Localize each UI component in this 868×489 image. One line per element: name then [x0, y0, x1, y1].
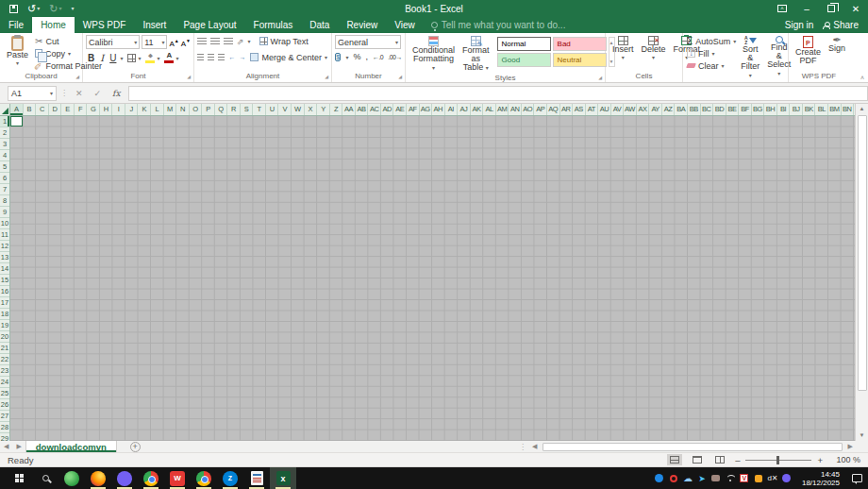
column-header-AQ[interactable]: AQ	[547, 104, 560, 115]
grid-cells[interactable]	[10, 116, 855, 441]
column-header-BF[interactable]: BF	[739, 104, 752, 115]
minimize-button[interactable]: –	[794, 0, 819, 17]
column-header-BC[interactable]: BC	[701, 104, 714, 115]
decrease-indent-button[interactable]: ←	[228, 54, 235, 60]
column-header-P[interactable]: P	[202, 104, 215, 115]
column-header-BB[interactable]: BB	[688, 104, 701, 115]
row-header-12[interactable]: 12	[0, 241, 9, 252]
sign-button[interactable]: ✒ Sign	[825, 35, 849, 54]
row-header-11[interactable]: 11	[0, 229, 9, 241]
column-header-AN[interactable]: AN	[509, 104, 522, 115]
new-sheet-button[interactable]: +	[130, 442, 141, 452]
row-header-4[interactable]: 4	[0, 150, 9, 161]
column-header-I[interactable]: I	[112, 104, 125, 115]
paste-button[interactable]: Paste▾	[3, 35, 32, 69]
column-header-G[interactable]: G	[87, 104, 100, 115]
column-header-AW[interactable]: AW	[624, 104, 637, 115]
align-middle-button[interactable]	[210, 38, 220, 45]
row-header-10[interactable]: 10	[0, 218, 9, 229]
sort-filter-button[interactable]: AZ Sort & Filter ▾	[737, 35, 763, 81]
row-header-29[interactable]: 29	[0, 433, 9, 441]
delete-cells-button[interactable]: Delete▾	[638, 35, 670, 63]
column-header-AO[interactable]: AO	[522, 104, 535, 115]
column-header-AJ[interactable]: AJ	[458, 104, 471, 115]
column-header-BG[interactable]: BG	[752, 104, 765, 115]
telegram-tray-icon[interactable]: ➤	[697, 474, 707, 483]
active-cell[interactable]	[10, 116, 23, 126]
viber-tray-icon[interactable]	[782, 474, 792, 483]
shrink-font-button[interactable]: A▼	[181, 37, 191, 48]
select-all-corner[interactable]	[0, 104, 10, 116]
fill-button[interactable]: ↓Fill▾	[686, 47, 737, 59]
row-header-16[interactable]: 16	[0, 286, 9, 297]
clear-button[interactable]: Clear▾	[686, 59, 737, 72]
wifi-tray-icon[interactable]	[726, 474, 735, 483]
column-header-AY[interactable]: AY	[649, 104, 662, 115]
save-button[interactable]	[9, 5, 18, 13]
column-header-BH[interactable]: BH	[764, 104, 777, 115]
column-header-AI[interactable]: AI	[445, 104, 459, 115]
clipboard-dialog-launcher[interactable]: ◢	[75, 72, 79, 81]
row-header-28[interactable]: 28	[0, 422, 9, 433]
zoom-level-label[interactable]: 100 %	[830, 455, 860, 464]
zoom-slider-thumb[interactable]	[776, 456, 779, 464]
scroll-down-icon[interactable]: ▼	[860, 430, 865, 441]
excel-app[interactable]: x	[270, 467, 296, 489]
column-header-AE[interactable]: AE	[393, 104, 407, 115]
font-dialog-launcher[interactable]: ◢	[187, 72, 191, 81]
sheet-nav-right-button[interactable]: ▶	[12, 441, 25, 452]
horizontal-scroll-thumb[interactable]	[542, 443, 842, 451]
tab-insert[interactable]: Insert	[134, 17, 175, 33]
tab-wps-pdf[interactable]: WPS PDF	[75, 17, 135, 33]
column-header-BE[interactable]: BE	[726, 104, 740, 115]
grow-font-button[interactable]: A▲	[169, 37, 178, 48]
column-header-BM[interactable]: BM	[828, 104, 842, 115]
column-header-D[interactable]: D	[49, 104, 62, 115]
borders-button[interactable]	[127, 54, 136, 62]
column-header-AK[interactable]: AK	[471, 104, 484, 115]
column-header-K[interactable]: K	[138, 104, 151, 115]
align-right-button[interactable]	[218, 54, 225, 61]
tab-data[interactable]: Data	[301, 17, 338, 33]
column-header-AG[interactable]: AG	[420, 104, 433, 115]
italic-button[interactable]: I	[98, 53, 106, 63]
coccoc-app[interactable]	[58, 467, 85, 489]
cell-style-neutral[interactable]: Neutral	[553, 53, 607, 67]
increase-indent-button[interactable]: →	[239, 54, 245, 60]
page-break-view-button[interactable]	[712, 454, 727, 465]
row-header-21[interactable]: 21	[0, 343, 9, 354]
column-header-Y[interactable]: Y	[317, 104, 330, 115]
alignment-dialog-launcher[interactable]: ◢	[325, 72, 328, 81]
column-header-M[interactable]: M	[164, 104, 177, 115]
wps-app[interactable]: W	[164, 467, 191, 489]
wrap-text-button[interactable]: Wrap Text	[259, 35, 309, 47]
column-header-AU[interactable]: AU	[598, 104, 611, 115]
align-top-button[interactable]	[197, 38, 207, 45]
zalo-app[interactable]: Z	[217, 467, 243, 489]
row-header-5[interactable]: 5	[0, 161, 9, 173]
ribbon-display-options-button[interactable]: ˄	[770, 0, 794, 17]
row-header-23[interactable]: 23	[0, 365, 9, 377]
merge-center-button[interactable]: Merge & Center▾	[249, 51, 328, 63]
share-button[interactable]: Share	[823, 20, 859, 30]
conditional-formatting-button[interactable]: Conditional Formatting ▾	[409, 35, 459, 74]
redo-button[interactable]: ↻▾	[49, 4, 61, 14]
viber-app[interactable]	[111, 467, 138, 489]
undo-button[interactable]: ↺▾	[27, 4, 40, 14]
column-header-AB[interactable]: AB	[356, 104, 369, 115]
comma-style-button[interactable]: ,	[365, 52, 368, 61]
column-header-AT[interactable]: AT	[586, 104, 599, 115]
confirm-entry-button[interactable]: ✓	[91, 89, 106, 98]
tab-view[interactable]: View	[386, 17, 424, 33]
sign-in-button[interactable]: Sign in	[785, 20, 814, 30]
zoom-slider[interactable]	[745, 460, 811, 461]
row-header-22[interactable]: 22	[0, 354, 9, 365]
normal-view-button[interactable]	[667, 454, 682, 465]
column-header-AR[interactable]: AR	[560, 104, 574, 115]
column-header-AF[interactable]: AF	[407, 104, 420, 115]
cancel-entry-button[interactable]: ✕	[72, 89, 87, 98]
volume-muted-tray-icon[interactable]: d✕	[768, 474, 777, 483]
customize-qat-button[interactable]: ▾	[71, 4, 74, 14]
column-header-BN[interactable]: BN	[842, 104, 855, 115]
column-header-BA[interactable]: BA	[675, 104, 688, 115]
